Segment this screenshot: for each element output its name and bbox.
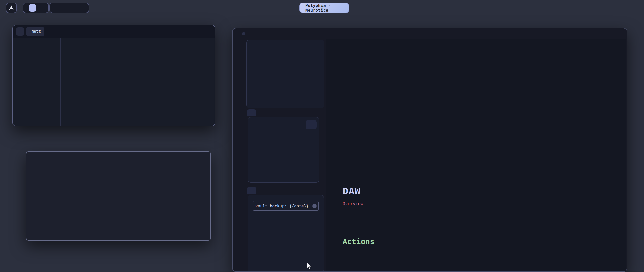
now-playing-title: Polyphia - Neurotica: [305, 3, 345, 13]
obsidian-ribbon: [233, 39, 244, 271]
file-manager-window: matt: [12, 25, 215, 126]
commit-message-input[interactable]: [253, 201, 319, 211]
taskbar-window-list[interactable]: [49, 3, 89, 13]
mouse-cursor: [306, 262, 313, 270]
workspace-switcher[interactable]: [23, 3, 49, 13]
breadcrumb-label: matt: [32, 29, 41, 34]
background-code-window: [326, 39, 626, 170]
file-grid: [61, 38, 215, 126]
file-manager-sidebar: [13, 38, 61, 126]
file-manager-toolbar: matt: [13, 25, 215, 38]
note-title: DAW: [343, 186, 361, 197]
git-panel-tab[interactable]: [247, 187, 256, 194]
files-view-icon[interactable]: [242, 32, 245, 35]
now-playing-widget[interactable]: Polyphia - Neurotica: [299, 3, 349, 13]
obsidian-editor-pane: DAW Overview Actions: [326, 39, 626, 271]
maze-art-canvas: [26, 152, 210, 240]
breadcrumb[interactable]: matt: [26, 27, 44, 36]
file-explorer-panel: [246, 40, 324, 108]
back-button[interactable]: [16, 27, 24, 36]
overview-heading: Overview: [343, 201, 363, 206]
actions-heading: Actions: [343, 237, 374, 246]
clear-message-icon[interactable]: ✕: [312, 204, 317, 208]
graph-view-panel: [248, 117, 319, 183]
git-source-control-panel: ✕: [248, 195, 324, 272]
active-workspace-tile[interactable]: [29, 4, 36, 12]
graph-panel-tab[interactable]: [247, 109, 256, 116]
generative-art-window: [26, 151, 211, 241]
obsidian-window: ✕ DAW Overview Actions: [232, 28, 627, 272]
app-launcher-button[interactable]: [6, 3, 17, 13]
obsidian-tab-bar: [233, 28, 627, 39]
